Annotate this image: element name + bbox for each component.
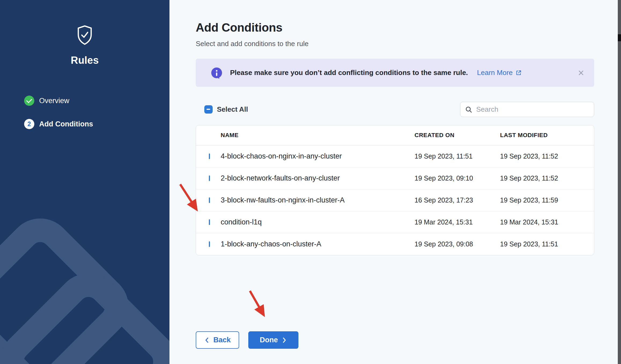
table-row[interactable]: 4-block-chaos-on-nginx-in-any-cluster 19… <box>196 145 594 167</box>
page-subtitle: Select and add conditions to the rule <box>196 40 594 48</box>
select-all-checkbox[interactable]: Select All <box>204 105 248 114</box>
page-title: Add Conditions <box>196 0 594 34</box>
row-checkbox[interactable] <box>209 153 210 159</box>
scrollbar[interactable] <box>618 0 621 364</box>
table-row[interactable]: 2-block-network-faults-on-any-cluster 19… <box>196 167 594 189</box>
condition-name: 3-block-nw-faults-on-nginx-in-cluster-A <box>221 196 415 204</box>
back-button[interactable]: Back <box>196 331 239 349</box>
step-add-conditions-label: Add Conditions <box>39 120 93 128</box>
main-panel: Add Conditions Select and add conditions… <box>169 0 621 364</box>
table-row-selected[interactable]: condition-l1q 19 Mar 2024, 15:31 19 Mar … <box>196 211 594 233</box>
created-on-value: 19 Sep 2023, 11:51 <box>415 152 500 160</box>
external-link-icon <box>515 70 522 76</box>
last-modified-value: 19 Sep 2023, 11:51 <box>500 240 594 248</box>
learn-more-label: Learn More <box>477 69 513 77</box>
step-complete-icon <box>24 96 34 106</box>
created-on-value: 19 Sep 2023, 09:10 <box>415 174 500 182</box>
last-modified-value: 19 Sep 2023, 11:52 <box>500 152 594 160</box>
column-header-name: NAME <box>221 132 415 139</box>
column-header-created-on: CREATED ON <box>415 132 500 139</box>
back-button-label: Back <box>213 336 231 344</box>
created-on-value: 16 Sep 2023, 17:23 <box>415 196 500 204</box>
table-header: NAME CREATED ON LAST MODIFIED <box>196 125 594 145</box>
last-modified-value: 19 Sep 2023, 11:52 <box>500 174 594 182</box>
column-header-last-modified: LAST MODIFIED <box>500 132 594 139</box>
indeterminate-checkbox-icon <box>204 105 213 114</box>
chevron-right-icon <box>282 337 287 343</box>
created-on-value: 19 Sep 2023, 09:08 <box>415 240 500 248</box>
wizard-title: Rules <box>71 55 99 66</box>
info-banner: Please make sure you don’t add conflicti… <box>196 59 594 87</box>
table-toolbar: Select All <box>196 102 594 117</box>
rules-wizard-window: Rules Overview 2 Add Conditions Add Cond… <box>0 0 621 364</box>
condition-name: condition-l1q <box>221 218 415 226</box>
scrollbar-thumb[interactable] <box>618 34 621 41</box>
done-button-label: Done <box>260 336 278 344</box>
wizard-steps: Overview 2 Add Conditions <box>24 96 93 129</box>
row-checkbox[interactable] <box>209 197 210 203</box>
wizard-sidebar: Rules Overview 2 Add Conditions <box>0 0 169 364</box>
row-checkbox[interactable] <box>209 219 210 225</box>
search-input[interactable] <box>476 105 589 114</box>
condition-name: 4-block-chaos-on-nginx-in-any-cluster <box>221 152 415 160</box>
step-add-conditions[interactable]: 2 Add Conditions <box>24 119 93 129</box>
search-icon <box>465 106 472 113</box>
step-overview[interactable]: Overview <box>24 96 93 106</box>
condition-name: 2-block-network-faults-on-any-cluster <box>221 174 415 182</box>
info-icon <box>211 67 223 79</box>
row-checkbox[interactable] <box>209 175 210 181</box>
conditions-table: NAME CREATED ON LAST MODIFIED 4-block-ch… <box>196 125 594 255</box>
condition-name: 1-block-any-chaos-on-cluster-A <box>221 240 415 248</box>
last-modified-value: 19 Sep 2023, 11:59 <box>500 196 594 204</box>
select-all-label: Select All <box>217 105 248 114</box>
table-row[interactable]: 3-block-nw-faults-on-nginx-in-cluster-A … <box>196 189 594 211</box>
sidebar-header: Rules <box>0 25 169 66</box>
step-overview-label: Overview <box>39 97 69 105</box>
table-row[interactable]: 1-block-any-chaos-on-cluster-A 19 Sep 20… <box>196 233 594 255</box>
last-modified-value: 19 Mar 2024, 15:31 <box>500 218 594 226</box>
chevron-left-icon <box>204 337 210 343</box>
done-button[interactable]: Done <box>248 331 298 349</box>
learn-more-link[interactable]: Learn More <box>477 69 522 77</box>
row-checkbox[interactable] <box>209 241 210 247</box>
close-icon[interactable] <box>577 69 585 77</box>
wizard-footer: Back Done <box>196 331 594 349</box>
search-box[interactable] <box>460 102 594 117</box>
banner-message: Please make sure you don’t add conflicti… <box>230 69 468 77</box>
created-on-value: 19 Mar 2024, 15:31 <box>415 218 500 226</box>
shield-check-icon <box>76 25 93 45</box>
step-number-badge: 2 <box>24 119 34 129</box>
